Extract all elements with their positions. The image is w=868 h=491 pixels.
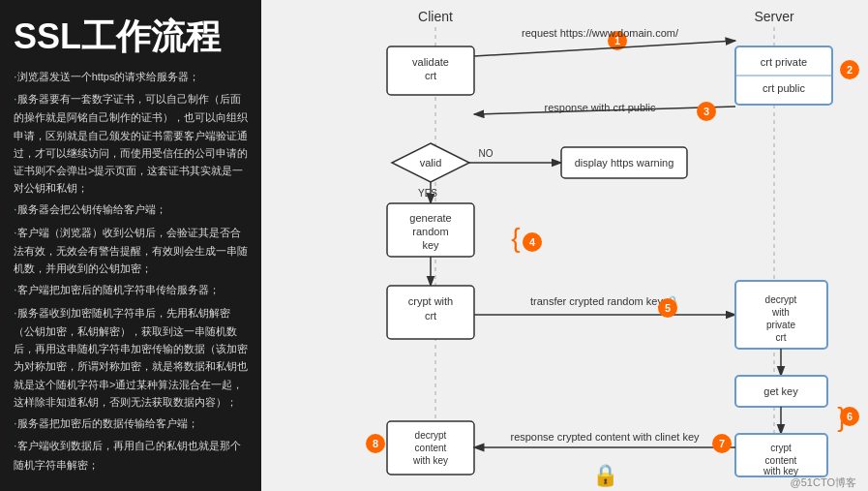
svg-text:crt: crt [425, 310, 436, 322]
svg-text:6: 6 [847, 411, 853, 422]
svg-text:transfer crypted random key 🔒: transfer crypted random key 🔒 [530, 294, 679, 308]
svg-text:NO: NO [479, 148, 494, 159]
svg-text:content: content [765, 455, 797, 466]
svg-text:with key: with key [412, 455, 448, 466]
svg-text:decrypt: decrypt [415, 430, 447, 441]
svg-text:generate: generate [409, 212, 451, 224]
svg-text:@51CTO博客: @51CTO博客 [791, 476, 856, 488]
bullet-7: ·服务器把加密后的数据传输给客户端； [14, 413, 248, 433]
svg-text:with key: with key [763, 466, 798, 476]
svg-text:response crypted content with : response crypted content with clinet key [510, 431, 700, 443]
svg-text:random: random [412, 226, 448, 237]
svg-text:3: 3 [703, 106, 709, 117]
svg-text:Server: Server [754, 9, 794, 24]
description-text: ·浏览器发送一个https的请求给服务器； ·服务器要有一套数字证书，可以自己制… [14, 66, 248, 481]
bullet-4: ·客户端（浏览器）收到公钥后，会验证其是否合法有效，无效会有警告提醒，有效则会生… [14, 222, 248, 278]
bullet-8: ·客户端收到数据后，再用自己的私钥也就是那个随机字符串解密； [14, 435, 248, 474]
bullet-1: ·浏览器发送一个https的请求给服务器； [14, 66, 248, 86]
svg-text:{: { [511, 223, 520, 253]
svg-text:key: key [422, 239, 439, 251]
bullet-6: ·服务器收到加密随机字符串后，先用私钥解密（公钥加密，私钥解密），获取到这一串随… [14, 302, 248, 411]
svg-text:request https://www.domain.com: request https://www.domain.com/ [522, 27, 679, 39]
svg-text:crt public: crt public [763, 82, 806, 94]
bullet-5: ·客户端把加密后的随机字符串传给服务器； [14, 279, 248, 299]
svg-text:2: 2 [847, 64, 853, 76]
ssl-diagram: Client Server validate crt 1 request htt… [261, 0, 868, 491]
svg-text:response with crt public: response with crt public [545, 102, 656, 113]
svg-text:crypt: crypt [770, 443, 792, 453]
bullet-2: ·服务器要有一套数字证书，可以自己制作（后面的操作就是阿铭自己制作的证书），也可… [14, 88, 248, 197]
svg-text:crt: crt [775, 332, 786, 343]
svg-text:get key: get key [763, 385, 798, 397]
svg-text:content: content [415, 443, 447, 453]
svg-text:YES: YES [418, 188, 437, 199]
svg-text:validate: validate [412, 56, 449, 68]
svg-text:valid: valid [420, 157, 442, 169]
svg-text:8: 8 [373, 438, 378, 449]
svg-text:7: 7 [719, 438, 725, 449]
bullet-3: ·服务器会把公钥传输给客户端； [14, 199, 248, 219]
svg-text:Client: Client [418, 9, 453, 24]
svg-text:}: } [837, 402, 846, 432]
svg-text:with: with [771, 307, 790, 318]
svg-text:5: 5 [665, 302, 671, 314]
svg-text:private: private [766, 320, 795, 330]
svg-text:display https warning: display https warning [575, 157, 674, 169]
diagram-panel: Client Server validate crt 1 request htt… [261, 0, 868, 491]
svg-text:crt: crt [425, 70, 436, 81]
svg-text:4: 4 [529, 236, 536, 248]
page-title: SSL工作流程 [14, 17, 248, 56]
svg-text:crypt with: crypt with [408, 295, 453, 307]
left-panel: SSL工作流程 ·浏览器发送一个https的请求给服务器； ·服务器要有一套数字… [0, 0, 261, 491]
svg-text:🔒: 🔒 [592, 462, 619, 488]
svg-text:decrypt: decrypt [765, 294, 797, 305]
svg-text:crt private: crt private [761, 56, 807, 68]
